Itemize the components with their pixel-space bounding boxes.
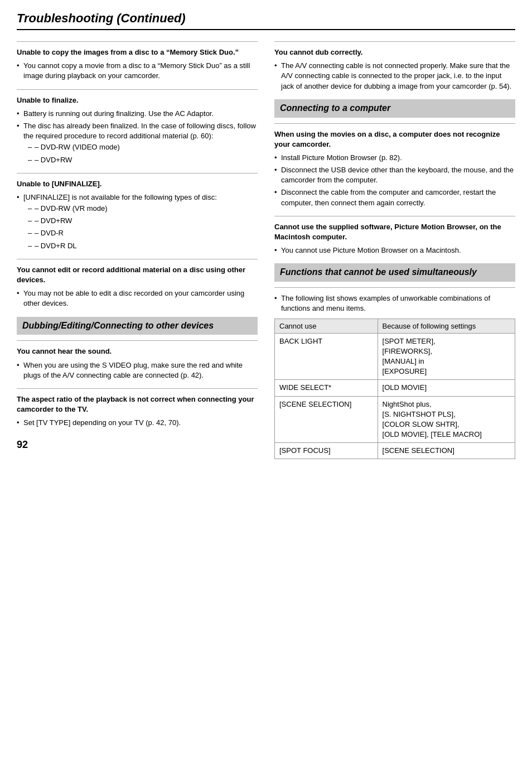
page-number: 92 (17, 439, 258, 451)
section-cannot-edit: You cannot edit or record additional mat… (17, 259, 258, 309)
table-cell-cannot-use: [SCENE SELECTION] (275, 396, 378, 443)
list-item: Battery is running out during finalizing… (17, 109, 258, 119)
table-cell-cannot-use: WIDE SELECT* (275, 380, 378, 396)
table-cell-because-of: [SPOT METER], [FIREWORKS], [MANUAL] in [… (378, 333, 515, 380)
sub-list: – DVD-RW (VIDEO mode) – DVD+RW (23, 142, 258, 165)
list-item: You cannot use Picture Motion Browser on… (274, 245, 515, 255)
list-item: – DVD+RW (28, 216, 258, 226)
table-cell-because-of: [SCENE SELECTION] (378, 443, 515, 459)
section-no-sound-bullets: When you are using the S VIDEO plug, mak… (17, 360, 258, 380)
section-no-sound: You cannot hear the sound. When you are … (17, 340, 258, 380)
section-aspect-ratio-heading: The aspect ratio of the playback is not … (17, 394, 258, 414)
list-item: – DVD+RW (28, 155, 258, 165)
section-unable-unfinalize-heading: Unable to [UNFINALIZE]. (17, 179, 258, 189)
section-cannot-edit-bullets: You may not be able to edit a disc recor… (17, 288, 258, 308)
list-item: – DVD+R DL (28, 241, 258, 251)
right-column: You cannot dub correctly. The A/V connec… (274, 41, 515, 467)
list-item: You may not be able to edit a disc recor… (17, 288, 258, 308)
sub-list: – DVD-RW (VR mode) – DVD+RW – DVD-R – DV… (23, 204, 258, 251)
left-column: Unable to copy the images from a disc to… (17, 41, 258, 467)
list-item: The disc has already been finalized. In … (17, 121, 258, 165)
section-cannot-edit-heading: You cannot edit or record additional mat… (17, 265, 258, 285)
list-item: You cannot copy a movie from a disc to a… (17, 61, 258, 81)
list-item: Disconnect the cable from the computer a… (274, 187, 515, 208)
table-row: BACK LIGHT[SPOT METER], [FIREWORKS], [MA… (275, 333, 515, 380)
section-computer-not-recognize-bullets: Install Picture Motion Browser (p. 82). … (274, 153, 515, 208)
list-item: [UNFINALIZE] is not available for the fo… (17, 192, 258, 251)
list-item: The following list shows examples of unw… (274, 293, 515, 314)
section-cannot-dub-bullets: The A/V connecting cable is not connecte… (274, 61, 515, 91)
section-cannot-use-software: Cannot use the supplied software, Pictur… (274, 216, 515, 256)
list-item: Set [TV TYPE] depending on your TV (p. 4… (17, 418, 258, 428)
section-computer-not-recognize: When using the movies on a disc, a compu… (274, 123, 515, 208)
list-item: – DVD-R (28, 228, 258, 238)
banner-functions: Functions that cannot be used simultaneo… (274, 263, 515, 282)
section-cannot-dub-heading: You cannot dub correctly. (274, 47, 515, 57)
section-cannot-dub: You cannot dub correctly. The A/V connec… (274, 41, 515, 91)
section-cannot-use-software-bullets: You cannot use Picture Motion Browser on… (274, 245, 515, 255)
table-row: [SPOT FOCUS][SCENE SELECTION] (275, 443, 515, 459)
section-copy-images-bullets: You cannot copy a movie from a disc to a… (17, 61, 258, 81)
section-unable-unfinalize-bullets: [UNFINALIZE] is not available for the fo… (17, 192, 258, 251)
banner-connecting: Connecting to a computer (274, 99, 515, 118)
list-item: The A/V connecting cable is not connecte… (274, 61, 515, 91)
list-item: – DVD-RW (VIDEO mode) (28, 142, 258, 152)
section-functions-intro: The following list shows examples of unw… (274, 287, 515, 459)
section-copy-images: Unable to copy the images from a disc to… (17, 41, 258, 81)
section-copy-images-heading: Unable to copy the images from a disc to… (17, 47, 258, 57)
section-unable-unfinalize: Unable to [UNFINALIZE]. [UNFINALIZE] is … (17, 173, 258, 251)
section-aspect-ratio: The aspect ratio of the playback is not … (17, 388, 258, 428)
list-item: – DVD-RW (VR mode) (28, 204, 258, 214)
banner-connecting-title: Connecting to a computer (280, 103, 510, 114)
section-computer-not-recognize-heading: When using the movies on a disc, a compu… (274, 129, 515, 150)
page-title: Troubleshooting (Continued) (17, 11, 515, 30)
list-item: When you are using the S VIDEO plug, mak… (17, 360, 258, 380)
banner-functions-title: Functions that cannot be used simultaneo… (280, 267, 510, 278)
table-cell-because-of: NightShot plus, [S. NIGHTSHOT PLS], [COL… (378, 396, 515, 443)
section-unable-finalize-heading: Unable to finalize. (17, 95, 258, 105)
table-cell-cannot-use: BACK LIGHT (275, 333, 378, 380)
table-header-because-of: Because of following settings (378, 319, 515, 333)
section-no-sound-heading: You cannot hear the sound. (17, 346, 258, 356)
functions-intro-bullets: The following list shows examples of unw… (274, 293, 515, 314)
banner-dubbing: Dubbing/Editing/Connecting to other devi… (17, 317, 258, 335)
table-header-cannot-use: Cannot use (275, 319, 378, 333)
table-cell-cannot-use: [SPOT FOCUS] (275, 443, 378, 459)
table-row: WIDE SELECT*[OLD MOVIE] (275, 380, 515, 396)
list-item: Disconnect the USB device other than the… (274, 165, 515, 185)
table-cell-because-of: [OLD MOVIE] (378, 380, 515, 396)
list-item: Install Picture Motion Browser (p. 82). (274, 153, 515, 163)
section-aspect-ratio-bullets: Set [TV TYPE] depending on your TV (p. 4… (17, 418, 258, 428)
table-row: [SCENE SELECTION]NightShot plus, [S. NIG… (275, 396, 515, 443)
functions-table: Cannot use Because of following settings… (274, 319, 515, 460)
banner-dubbing-title: Dubbing/Editing/Connecting to other devi… (22, 320, 252, 332)
section-cannot-use-software-heading: Cannot use the supplied software, Pictur… (274, 222, 515, 242)
section-unable-finalize-bullets: Battery is running out during finalizing… (17, 109, 258, 165)
section-unable-finalize: Unable to finalize. Battery is running o… (17, 89, 258, 165)
